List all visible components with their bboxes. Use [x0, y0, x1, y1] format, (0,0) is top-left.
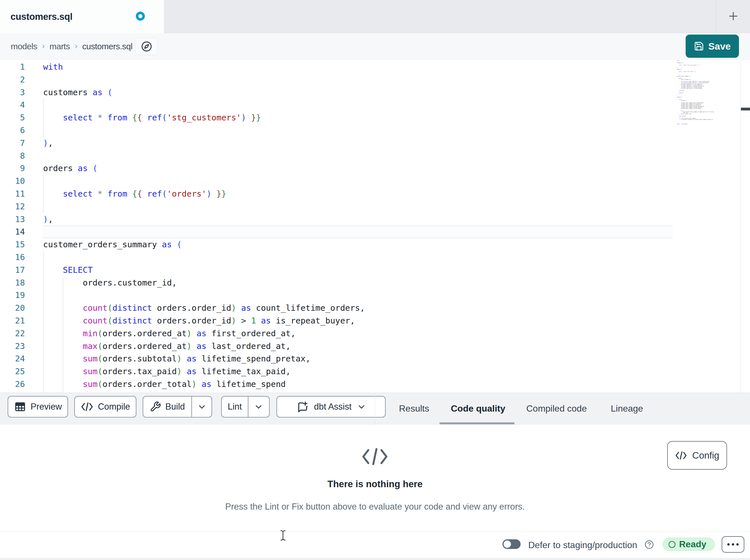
config-button-label: Config [692, 450, 719, 461]
tab-compiled-code[interactable]: Compiled code [526, 393, 587, 424]
code-line [43, 251, 404, 264]
ellipsis-icon [727, 543, 739, 546]
tab-title: customers.sql [11, 0, 73, 33]
lint-dropdown-button[interactable] [248, 397, 269, 417]
more-options-button[interactable] [722, 536, 744, 553]
code-quality-panel: There is nothing here Press the Lint or … [0, 424, 750, 532]
editor-tab-bar: customers.sql [0, 0, 750, 33]
minimap[interactable]: withcustomers as ( select * from {{ ref(… [677, 60, 741, 145]
line-number: 11 [0, 188, 25, 200]
empty-state-caption: Press the Lint or Fix button above to ev… [0, 500, 750, 513]
line-number: 5 [0, 111, 25, 124]
minimap-content: withcustomers as ( select * from {{ ref(… [677, 60, 741, 125]
line-number: 25 [0, 365, 25, 378]
line-number: 19 [0, 289, 25, 302]
wrench-icon [150, 401, 161, 412]
chevron-down-icon [197, 402, 207, 412]
build-dropdown-button[interactable] [191, 397, 212, 417]
code-icon [361, 447, 389, 466]
scrollbar-thumb[interactable] [741, 108, 750, 110]
code-line [43, 99, 404, 111]
code-line: select * from {{ ref('orders') }} [43, 188, 404, 200]
compass-button[interactable] [136, 38, 158, 55]
save-button-label: Save [708, 41, 731, 52]
breadcrumb-bar: models › marts › customers.sql Save [0, 33, 750, 60]
tab-bar-divider [716, 0, 716, 33]
unsaved-changes-icon [136, 12, 145, 21]
tab-customers-sql[interactable]: customers.sql [0, 0, 164, 33]
preview-button[interactable]: Preview [8, 396, 68, 417]
code-line [43, 200, 404, 213]
line-number: 10 [0, 175, 25, 188]
tab-code-quality[interactable]: Code quality [451, 393, 505, 424]
plus-icon [729, 12, 737, 20]
code-line: orders as ( [43, 162, 404, 175]
line-number: 21 [0, 314, 25, 327]
line-number: 6 [0, 124, 25, 137]
code-line: select * from joined [677, 124, 741, 125]
code-line: count(distinct orders.order_id) > 1 as i… [43, 314, 404, 327]
defer-toggle[interactable] [502, 539, 520, 549]
breadcrumb-item-marts[interactable]: marts [50, 42, 70, 51]
code-line: sum(orders.tax_paid) as lifetime_tax_pai… [43, 365, 404, 378]
line-number: 16 [0, 251, 25, 264]
line-number: 18 [0, 276, 25, 289]
status-badge-label: Ready [679, 539, 706, 549]
code-line [43, 391, 404, 393]
code-content[interactable]: withcustomers as ( select * from {{ ref(… [43, 61, 404, 393]
build-button[interactable]: Build [143, 397, 191, 417]
dbt-assist-button-label: dbt Assist [314, 402, 352, 412]
status-badge: Ready [663, 538, 715, 551]
ready-ring-icon [668, 541, 676, 548]
code-line: max(orders.ordered_at) as last_ordered_a… [43, 340, 404, 353]
preview-button-label: Preview [31, 402, 62, 412]
new-tab-button[interactable] [726, 9, 741, 23]
code-line: ), [43, 137, 404, 149]
code-line [43, 226, 404, 238]
breadcrumb-item-file: customers.sql [82, 42, 133, 51]
help-circle-icon[interactable] [645, 540, 654, 549]
line-number: 23 [0, 340, 25, 353]
chevron-right-icon: › [42, 41, 44, 51]
code-line [43, 149, 404, 162]
compile-button[interactable]: Compile [74, 396, 136, 417]
tab-results[interactable]: Results [399, 393, 429, 424]
toggle-knob [504, 540, 511, 548]
code-line: with [43, 61, 404, 74]
code-line [43, 289, 404, 302]
line-number: 22 [0, 327, 25, 340]
chat-sparkle-icon [296, 400, 309, 413]
line-number: 24 [0, 352, 25, 365]
line-number: 20 [0, 302, 25, 314]
line-number: 4 [0, 99, 25, 111]
line-number: 15 [0, 238, 25, 251]
code-line: sum(orders.order_total) as lifetime_spen… [43, 378, 404, 391]
tab-lineage[interactable]: Lineage [611, 393, 643, 424]
line-number: 13 [0, 213, 25, 226]
chevron-down-icon [254, 402, 263, 412]
text-cursor-pointer [279, 530, 287, 541]
code-icon [675, 450, 687, 461]
config-button[interactable]: Config [667, 441, 727, 470]
code-line [43, 124, 404, 137]
empty-state-title: There is nothing here [0, 478, 750, 490]
code-line: orders.customer_id, [43, 276, 404, 289]
compass-icon [141, 41, 153, 53]
code-editor[interactable]: 1234567891011121314151617181920212223242… [0, 60, 750, 393]
code-line [43, 74, 404, 86]
code-line: customers as ( [43, 86, 404, 99]
lint-button[interactable]: Lint [222, 397, 248, 417]
line-number: 1 [0, 61, 25, 74]
line-number: 17 [0, 264, 25, 276]
dbt-assist-button[interactable]: dbt Assist [276, 396, 386, 417]
breadcrumb-item-models[interactable]: models [11, 42, 37, 51]
line-number: 9 [0, 162, 25, 175]
save-button[interactable]: Save [686, 35, 739, 58]
code-line: customer_orders_summary as ( [43, 238, 404, 251]
build-button-label: Build [165, 402, 185, 412]
chevron-right-icon: › [75, 41, 77, 51]
build-split-button: Build [143, 396, 212, 417]
line-number: 8 [0, 149, 25, 162]
editor-scrollbar[interactable] [741, 60, 750, 393]
compile-button-label: Compile [98, 402, 130, 412]
